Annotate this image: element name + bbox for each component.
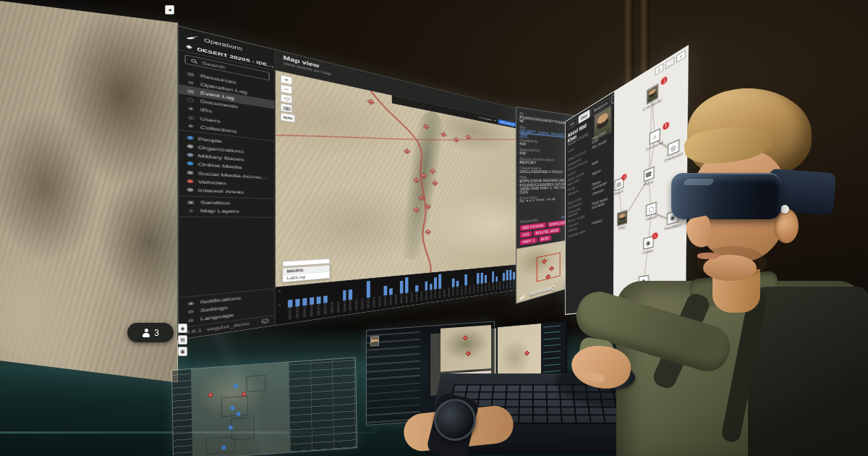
zoom-in-button[interactable]: + xyxy=(281,75,293,85)
keyboard-keys xyxy=(446,384,624,424)
annotate-button[interactable]: ▣ xyxy=(178,347,187,356)
timeline-column xyxy=(488,269,491,283)
documents-icon: ▢ xyxy=(186,96,195,103)
user-icon xyxy=(142,329,150,337)
timeline-bar xyxy=(384,286,388,296)
timeline-bar xyxy=(477,273,479,284)
person-profile-card: InfoDataRelationsAdd relation ▾ Abdul Wa… xyxy=(566,92,614,314)
filter-icon[interactable]: ▼ xyxy=(493,119,496,122)
sidebar-item-label: People xyxy=(198,136,222,143)
timeline-date-label: 2020-05-15 xyxy=(469,287,471,294)
timeline-date-label: 2020-06-11 xyxy=(503,282,505,289)
timeline-date-label: 2020-06-17 xyxy=(510,282,512,288)
timeline-column xyxy=(438,273,442,289)
timeline-column xyxy=(394,277,399,295)
timeline-column xyxy=(372,279,377,297)
timeline-date-label: 2020-03-01 xyxy=(343,303,346,312)
relation-graph[interactable]: 1Commander⌂3Compound☎PhoneElder▤2Report▢… xyxy=(613,46,688,310)
timeline-date-label: 2020-06-05 xyxy=(495,284,498,290)
timeline-bar xyxy=(405,277,408,293)
timeline-column xyxy=(409,276,414,292)
military-bases-icon xyxy=(187,153,193,157)
timeline-date-label: 2020-03-10 xyxy=(361,300,364,309)
map-layers-icon: ≡ xyxy=(186,208,195,213)
snapshot-button[interactable]: ◉ xyxy=(178,324,187,333)
lasso-icon xyxy=(283,96,290,102)
timeline-date-label: 2020-02-27 xyxy=(336,304,340,313)
timeline-bar xyxy=(503,273,505,281)
online-users-badge[interactable]: 3 xyxy=(127,323,174,342)
collapse-sidebar-button[interactable]: ◂ xyxy=(165,5,174,14)
organization-icon: ❖ xyxy=(639,274,649,287)
timeline-date-label: 2020-02-12 xyxy=(302,308,306,318)
collections-icon: ❖ xyxy=(186,122,195,129)
notifications-icon: ◉ xyxy=(186,300,195,305)
laptop-satellite-thumb xyxy=(441,325,491,371)
planning-ghost-screen xyxy=(171,357,357,456)
timeline-bar xyxy=(464,274,467,286)
timeline-date-label: 2020-04-30 xyxy=(448,290,450,297)
timeline-date-label: 2020-02-21 xyxy=(323,305,327,315)
info-icon[interactable]: i xyxy=(262,318,269,324)
sidebar-entity-group: PeopleOrganizationsMilitary BasesOnline … xyxy=(179,131,275,199)
timeline-date-label: 2020-04-03 xyxy=(405,295,408,303)
timeline-column xyxy=(443,272,446,288)
timeline-date-label: 2020-02-15 xyxy=(310,307,313,316)
timeline-bar xyxy=(492,271,494,282)
timeline-date-label: 2020-02-18 xyxy=(317,306,320,316)
keyword-tag[interactable]: EOD xyxy=(539,235,551,242)
graph-node-courier[interactable]: ◉1Courier xyxy=(641,235,655,256)
timeline-column xyxy=(464,271,468,286)
timeline-column xyxy=(315,284,321,304)
sidebar-item-map-layers[interactable]: ≡Map Layers xyxy=(179,206,275,216)
timeline-date-label: 2020-05-24 xyxy=(481,285,483,292)
layers-button[interactable]: ▤ xyxy=(178,335,187,345)
settings-icon: ⚙ xyxy=(186,308,195,314)
laptop-keyboard[interactable] xyxy=(425,373,644,455)
timeline-date-label: 2020-03-22 xyxy=(384,297,387,306)
keyword-tag[interactable]: HWY 1 xyxy=(520,237,537,245)
timeline-date-label: 2020-04-15 xyxy=(425,292,428,300)
timeline-bar xyxy=(510,269,512,279)
timeline-date-label: 2020-06-20 xyxy=(513,282,515,288)
search-icon xyxy=(191,58,198,64)
timeline-column xyxy=(366,279,371,297)
sidebar-item-label: Language xyxy=(200,313,234,321)
timeline-date-label: 2020-03-28 xyxy=(395,296,398,304)
timeline-column xyxy=(309,285,315,305)
resources-icon: ▤ xyxy=(186,70,195,77)
graph-node-elder[interactable]: Elder xyxy=(618,210,628,232)
add-relation-button[interactable]: Add relation ▾ xyxy=(612,92,615,104)
timeline-y-axis: 42 xyxy=(278,290,281,308)
timeline-column xyxy=(433,274,438,290)
timeline-date-label: 2020-03-04 xyxy=(349,302,353,311)
sidebar-item-label: IRs xyxy=(200,107,212,114)
keyword-tag[interactable]: IVO xyxy=(520,231,532,238)
timeline-column xyxy=(424,274,428,291)
zoom-out-button[interactable]: − xyxy=(281,84,293,94)
timeline-bar xyxy=(513,271,515,279)
timeline-column xyxy=(429,274,433,290)
laptop-photo-thumbnail xyxy=(370,336,379,347)
timeline-bar xyxy=(452,279,455,287)
timeline-date-label: 2020-03-07 xyxy=(355,301,359,310)
timeline-column xyxy=(294,287,301,307)
screenshot-button[interactable] xyxy=(281,103,293,113)
graph-node-cell[interactable]: ❖Cell xyxy=(639,274,649,293)
timeline-date-label: 2020-03-16 xyxy=(373,299,375,308)
timeline-date-label: 2020-04-21 xyxy=(434,291,436,299)
ghost-map-marker xyxy=(208,392,213,397)
draw-polygon-button[interactable] xyxy=(281,93,293,104)
timeline-date-label: 2020-04-27 xyxy=(443,290,446,297)
timeline-bar xyxy=(295,299,299,307)
timeline-column xyxy=(336,282,341,301)
organizations-icon xyxy=(187,144,193,148)
timeline-date-label: 2020-04-18 xyxy=(430,292,432,300)
timeline-column xyxy=(378,279,383,297)
sidebar: Operations ◈ DESERT 2020S - IDE… Search … xyxy=(179,26,276,339)
sandbox-icon: ▣ xyxy=(186,200,195,205)
timeline-date-label: 2020-05-30 xyxy=(488,284,490,291)
timeline-date-label: 2020-05-12 xyxy=(465,287,467,295)
timeline-date-label: 2020-05-06 xyxy=(456,289,459,296)
timeline-column xyxy=(456,271,459,287)
